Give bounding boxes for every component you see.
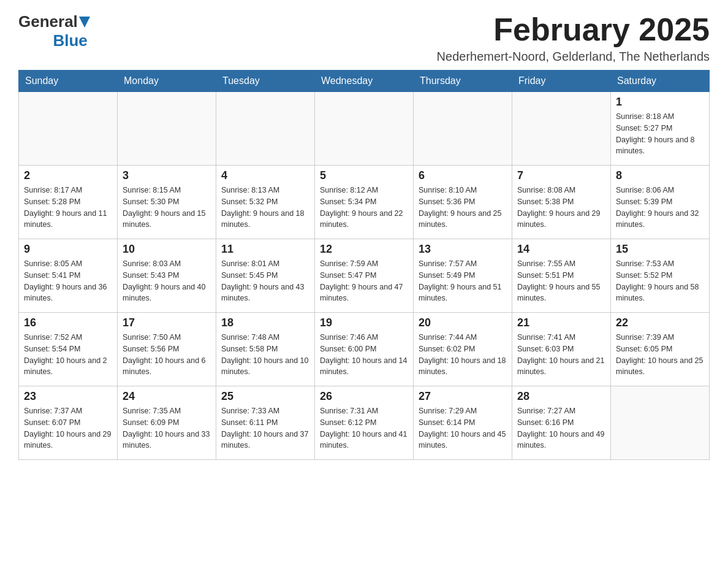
calendar-cell: 16Sunrise: 7:52 AM Sunset: 5:54 PM Dayli… xyxy=(19,313,118,386)
day-number: 25 xyxy=(221,390,309,403)
month-title: February 2025 xyxy=(437,12,710,47)
day-number: 26 xyxy=(320,390,408,403)
day-number: 7 xyxy=(517,169,605,182)
calendar-cell: 24Sunrise: 7:35 AM Sunset: 6:09 PM Dayli… xyxy=(118,386,216,460)
day-info: Sunrise: 7:44 AM Sunset: 6:02 PM Dayligh… xyxy=(419,332,507,378)
calendar-cell: 1Sunrise: 8:18 AM Sunset: 5:27 PM Daylig… xyxy=(611,92,710,166)
calendar-cell: 26Sunrise: 7:31 AM Sunset: 6:12 PM Dayli… xyxy=(315,386,414,460)
day-number: 23 xyxy=(24,390,112,403)
day-number: 8 xyxy=(616,169,704,182)
calendar-cell: 5Sunrise: 8:12 AM Sunset: 5:34 PM Daylig… xyxy=(315,166,414,239)
day-number: 28 xyxy=(517,390,605,403)
day-info: Sunrise: 7:27 AM Sunset: 6:16 PM Dayligh… xyxy=(517,405,605,451)
calendar-cell: 11Sunrise: 8:01 AM Sunset: 5:45 PM Dayli… xyxy=(216,239,315,313)
day-number: 3 xyxy=(123,169,211,182)
week-row-0: 1Sunrise: 8:18 AM Sunset: 5:27 PM Daylig… xyxy=(19,92,710,166)
day-number: 11 xyxy=(221,243,309,256)
day-info: Sunrise: 8:03 AM Sunset: 5:43 PM Dayligh… xyxy=(123,258,211,304)
day-number: 27 xyxy=(419,390,507,403)
calendar-cell: 7Sunrise: 8:08 AM Sunset: 5:38 PM Daylig… xyxy=(512,166,611,239)
day-info: Sunrise: 8:12 AM Sunset: 5:34 PM Dayligh… xyxy=(320,185,408,231)
logo-general: General xyxy=(18,12,78,31)
day-info: Sunrise: 8:06 AM Sunset: 5:39 PM Dayligh… xyxy=(616,185,704,231)
calendar-cell: 27Sunrise: 7:29 AM Sunset: 6:14 PM Dayli… xyxy=(414,386,512,460)
day-info: Sunrise: 8:01 AM Sunset: 5:45 PM Dayligh… xyxy=(221,258,309,304)
calendar-cell: 4Sunrise: 8:13 AM Sunset: 5:32 PM Daylig… xyxy=(216,166,315,239)
calendar-cell: 14Sunrise: 7:55 AM Sunset: 5:51 PM Dayli… xyxy=(512,239,611,313)
calendar-cell: 17Sunrise: 7:50 AM Sunset: 5:56 PM Dayli… xyxy=(118,313,216,386)
day-info: Sunrise: 8:17 AM Sunset: 5:28 PM Dayligh… xyxy=(24,185,112,231)
day-number: 10 xyxy=(123,243,211,256)
day-number: 12 xyxy=(320,243,408,256)
day-number: 14 xyxy=(517,243,605,256)
day-info: Sunrise: 8:08 AM Sunset: 5:38 PM Dayligh… xyxy=(517,185,605,231)
calendar-cell: 25Sunrise: 7:33 AM Sunset: 6:11 PM Dayli… xyxy=(216,386,315,460)
day-info: Sunrise: 7:35 AM Sunset: 6:09 PM Dayligh… xyxy=(123,405,211,451)
calendar-cell: 20Sunrise: 7:44 AM Sunset: 6:02 PM Dayli… xyxy=(414,313,512,386)
day-header-tuesday: Tuesday xyxy=(216,71,315,92)
calendar-cell: 22Sunrise: 7:39 AM Sunset: 6:05 PM Dayli… xyxy=(611,313,710,386)
day-info: Sunrise: 7:31 AM Sunset: 6:12 PM Dayligh… xyxy=(320,405,408,451)
day-header-monday: Monday xyxy=(118,71,216,92)
day-info: Sunrise: 7:57 AM Sunset: 5:49 PM Dayligh… xyxy=(419,258,507,304)
day-info: Sunrise: 7:41 AM Sunset: 6:03 PM Dayligh… xyxy=(517,332,605,378)
day-number: 20 xyxy=(419,316,507,329)
day-info: Sunrise: 7:55 AM Sunset: 5:51 PM Dayligh… xyxy=(517,258,605,304)
day-number: 5 xyxy=(320,169,408,182)
title-section: February 2025 Nederhemert-Noord, Gelderl… xyxy=(437,12,710,64)
logo: General Blue xyxy=(18,12,90,50)
day-number: 18 xyxy=(221,316,309,329)
calendar-cell xyxy=(512,92,611,166)
day-number: 6 xyxy=(419,169,507,182)
week-row-1: 2Sunrise: 8:17 AM Sunset: 5:28 PM Daylig… xyxy=(19,166,710,239)
calendar-cell: 15Sunrise: 7:53 AM Sunset: 5:52 PM Dayli… xyxy=(611,239,710,313)
day-number: 4 xyxy=(221,169,309,182)
calendar-cell: 9Sunrise: 8:05 AM Sunset: 5:41 PM Daylig… xyxy=(19,239,118,313)
day-number: 15 xyxy=(616,243,704,256)
calendar-cell: 21Sunrise: 7:41 AM Sunset: 6:03 PM Dayli… xyxy=(512,313,611,386)
day-info: Sunrise: 7:48 AM Sunset: 5:58 PM Dayligh… xyxy=(221,332,309,378)
week-row-3: 16Sunrise: 7:52 AM Sunset: 5:54 PM Dayli… xyxy=(19,313,710,386)
day-info: Sunrise: 7:29 AM Sunset: 6:14 PM Dayligh… xyxy=(419,405,507,451)
calendar-cell xyxy=(414,92,512,166)
day-info: Sunrise: 7:53 AM Sunset: 5:52 PM Dayligh… xyxy=(616,258,704,304)
calendar-cell: 13Sunrise: 7:57 AM Sunset: 5:49 PM Dayli… xyxy=(414,239,512,313)
day-number: 1 xyxy=(616,96,704,109)
day-number: 24 xyxy=(123,390,211,403)
day-number: 21 xyxy=(517,316,605,329)
calendar-cell: 23Sunrise: 7:37 AM Sunset: 6:07 PM Dayli… xyxy=(19,386,118,460)
day-info: Sunrise: 7:46 AM Sunset: 6:00 PM Dayligh… xyxy=(320,332,408,378)
calendar-cell: 2Sunrise: 8:17 AM Sunset: 5:28 PM Daylig… xyxy=(19,166,118,239)
calendar-cell xyxy=(611,386,710,460)
day-info: Sunrise: 8:10 AM Sunset: 5:36 PM Dayligh… xyxy=(419,185,507,231)
day-header-sunday: Sunday xyxy=(19,71,118,92)
day-number: 19 xyxy=(320,316,408,329)
day-info: Sunrise: 7:52 AM Sunset: 5:54 PM Dayligh… xyxy=(24,332,112,378)
calendar-table: SundayMondayTuesdayWednesdayThursdayFrid… xyxy=(18,70,710,460)
calendar-cell xyxy=(118,92,216,166)
day-header-saturday: Saturday xyxy=(611,71,710,92)
calendar-cell: 10Sunrise: 8:03 AM Sunset: 5:43 PM Dayli… xyxy=(118,239,216,313)
day-number: 2 xyxy=(24,169,112,182)
day-info: Sunrise: 8:18 AM Sunset: 5:27 PM Dayligh… xyxy=(616,111,704,157)
day-header-wednesday: Wednesday xyxy=(315,71,414,92)
calendar-cell: 19Sunrise: 7:46 AM Sunset: 6:00 PM Dayli… xyxy=(315,313,414,386)
svg-marker-0 xyxy=(79,17,90,28)
location-subtitle: Nederhemert-Noord, Gelderland, The Nethe… xyxy=(437,50,710,64)
day-number: 17 xyxy=(123,316,211,329)
day-header-thursday: Thursday xyxy=(414,71,512,92)
calendar-cell: 3Sunrise: 8:15 AM Sunset: 5:30 PM Daylig… xyxy=(118,166,216,239)
week-row-4: 23Sunrise: 7:37 AM Sunset: 6:07 PM Dayli… xyxy=(19,386,710,460)
calendar-cell: 28Sunrise: 7:27 AM Sunset: 6:16 PM Dayli… xyxy=(512,386,611,460)
day-info: Sunrise: 7:33 AM Sunset: 6:11 PM Dayligh… xyxy=(221,405,309,451)
day-info: Sunrise: 7:59 AM Sunset: 5:47 PM Dayligh… xyxy=(320,258,408,304)
day-number: 9 xyxy=(24,243,112,256)
logo-blue: Blue xyxy=(53,31,87,50)
logo-triangle-icon xyxy=(79,17,90,28)
calendar-cell: 12Sunrise: 7:59 AM Sunset: 5:47 PM Dayli… xyxy=(315,239,414,313)
day-number: 13 xyxy=(419,243,507,256)
day-info: Sunrise: 7:50 AM Sunset: 5:56 PM Dayligh… xyxy=(123,332,211,378)
day-info: Sunrise: 7:37 AM Sunset: 6:07 PM Dayligh… xyxy=(24,405,112,451)
day-number: 16 xyxy=(24,316,112,329)
page-header: General Blue February 2025 Nederhemert-N… xyxy=(18,12,710,64)
